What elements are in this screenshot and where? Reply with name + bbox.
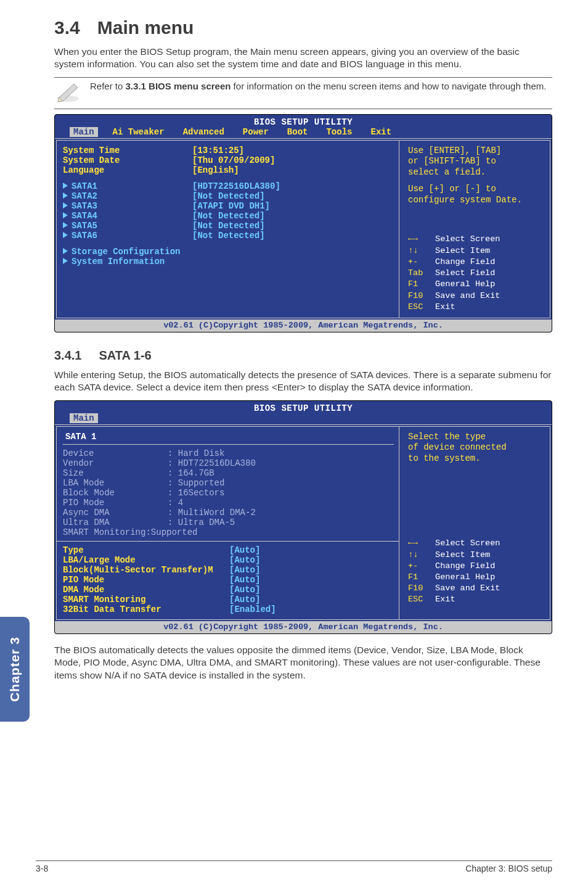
tab-main[interactable]: Main (70, 127, 98, 137)
value-32bit: [Enabled] (229, 604, 276, 614)
help-line: or [SHIFT-TAB] to (408, 156, 544, 167)
value-sata5: [Not Detected] (192, 221, 265, 231)
tab-advanced[interactable]: Advanced (179, 127, 228, 137)
label-block-transfer: Block(Multi-Sector Transfer)M (63, 565, 229, 575)
key: F1 (408, 572, 430, 583)
key-text: Select Screen (435, 538, 500, 548)
row-system-time[interactable]: System Time[13:51:25] (63, 146, 394, 155)
value-language: [English] (192, 165, 239, 175)
label-ultra-dma: Ultra DMA (63, 518, 168, 527)
row-dma-mode[interactable]: DMA Mode[Auto] (63, 585, 394, 595)
label-device: Device (63, 448, 168, 458)
submenu-arrow-icon (63, 183, 68, 189)
key: ESC (408, 594, 430, 605)
section-number: 3.4 (54, 17, 80, 38)
row-storage-config[interactable]: Storage Configuration (63, 247, 394, 257)
value-sata2: [Not Detected] (192, 191, 265, 201)
row-system-date[interactable]: System Date[Thu 07/09/2009] (63, 155, 394, 165)
label-sata3: SATA3 (71, 201, 97, 211)
label-storage-config: Storage Configuration (71, 247, 180, 257)
label-system-date: System Date (63, 155, 192, 165)
value-dma-mode: [Auto] (229, 585, 260, 595)
label-sata4: SATA4 (71, 211, 97, 221)
key: ←→ (408, 234, 430, 245)
row-smart-monitoring-opt[interactable]: SMART Monitoring[Auto] (63, 595, 394, 604)
subsection-title-text: SATA 1-6 (99, 349, 151, 362)
label-system-info: System Information (71, 257, 165, 266)
label-sata5: SATA5 (71, 221, 97, 231)
label-32bit: 32Bit Data Transfer (63, 604, 229, 614)
key-text: Exit (435, 302, 455, 311)
value-block-mode: : 16Sectors (168, 488, 224, 498)
subsection-heading: 3.4.1SATA 1-6 (54, 349, 552, 363)
value-system-date: [Thu 07/09/2009] (192, 155, 275, 165)
tab-main[interactable]: Main (70, 413, 98, 423)
label-language: Language (63, 165, 192, 175)
value-vendor: : HDT722516DLA380 (168, 458, 256, 468)
label-smart-monitoring: SMART Monitoring:Supported (63, 527, 197, 537)
label-pio-mode-opt: PIO Mode (63, 575, 229, 585)
tab-boot[interactable]: Boot (284, 127, 312, 137)
note-text: Refer to 3.3.1 BIOS menu screen for info… (90, 80, 546, 93)
label-sata6: SATA6 (71, 231, 97, 241)
bios-tab-bar: Main Ai Tweaker Advanced Power Boot Tool… (55, 127, 552, 138)
page-number: 3-8 (36, 864, 48, 873)
label-async-dma: Async DMA (63, 508, 168, 518)
row-sata5[interactable]: SATA5[Not Detected] (63, 221, 394, 231)
row-sata3[interactable]: SATA3[ATAPI DVD DH1] (63, 201, 394, 211)
row-sata4[interactable]: SATA4[Not Detected] (63, 211, 394, 221)
divider (54, 109, 552, 109)
help-line: of device connected (408, 442, 544, 453)
key: F10 (408, 583, 430, 594)
key: ←→ (408, 538, 430, 549)
key: ↑↓ (408, 550, 430, 561)
label-smart-opt: SMART Monitoring (63, 595, 229, 604)
note-pencil-icon (54, 80, 81, 102)
row-sata6[interactable]: SATA6[Not Detected] (63, 231, 394, 241)
bios-sata-screenshot: BIOS SETUP UTILITY Main SATA 1 Device: H… (54, 400, 552, 634)
submenu-arrow-icon (63, 202, 68, 208)
label-block-mode: Block Mode (63, 488, 168, 498)
key: +- (408, 561, 430, 572)
chapter-side-tab: Chapter 3 (0, 617, 30, 722)
row-lba-large[interactable]: LBA/Large Mode[Auto] (63, 555, 394, 565)
key: ↑↓ (408, 245, 430, 257)
tab-exit[interactable]: Exit (367, 127, 395, 137)
bios-left-pane: SATA 1 Device: Hard Disk Vendor: HDT7225… (56, 426, 399, 620)
key: +- (408, 257, 430, 268)
page-footer: 3-8 Chapter 3: BIOS setup (36, 860, 552, 873)
tab-ai-tweaker[interactable]: Ai Tweaker (109, 127, 168, 137)
section-heading: 3.4Main menu (54, 17, 552, 38)
row-pio-mode-opt[interactable]: PIO Mode[Auto] (63, 575, 394, 585)
row-type[interactable]: Type[Auto] (63, 545, 394, 555)
row-system-info[interactable]: System Information (63, 257, 394, 266)
submenu-arrow-icon (63, 212, 68, 218)
tab-power[interactable]: Power (239, 127, 272, 137)
chapter-side-tab-label: Chapter 3 (7, 637, 22, 702)
row-sata1[interactable]: SATA1[HDT722516DLA380] (63, 181, 394, 191)
bios-header: BIOS SETUP UTILITY (55, 115, 552, 127)
tab-tools[interactable]: Tools (322, 127, 356, 137)
row-language[interactable]: Language[English] (63, 165, 394, 175)
row-sata2[interactable]: SATA2[Not Detected] (63, 191, 394, 201)
submenu-arrow-icon (63, 248, 68, 254)
submenu-arrow-icon (63, 232, 68, 238)
value-smart-opt: [Auto] (229, 595, 260, 604)
row-block-transfer[interactable]: Block(Multi-Sector Transfer)M[Auto] (63, 565, 394, 575)
value-pio-mode: : 4 (168, 498, 183, 508)
value-ultra-dma: : Ultra DMA-5 (168, 518, 235, 527)
value-sata3: [ATAPI DVD DH1] (192, 201, 270, 211)
bios-copyright-footer: v02.61 (C)Copyright 1985-2009, American … (55, 320, 552, 332)
note-pre: Refer to (90, 81, 126, 91)
subsection-number: 3.4.1 (54, 349, 81, 362)
key: Tab (408, 268, 430, 279)
value-sata4: [Not Detected] (192, 211, 265, 221)
label-lba-large: LBA/Large Mode (63, 555, 229, 565)
bios-left-pane: System Time[13:51:25] System Date[Thu 07… (56, 140, 399, 318)
value-sata1: [HDT722516DLA380] (192, 181, 280, 191)
row-32bit-transfer[interactable]: 32Bit Data Transfer[Enabled] (63, 604, 394, 614)
key-text: Change Field (435, 257, 495, 266)
key-text: Select Item (435, 550, 490, 559)
value-lba-mode: : Supported (168, 478, 224, 488)
help-line: Use [ENTER], [TAB] (408, 146, 544, 157)
